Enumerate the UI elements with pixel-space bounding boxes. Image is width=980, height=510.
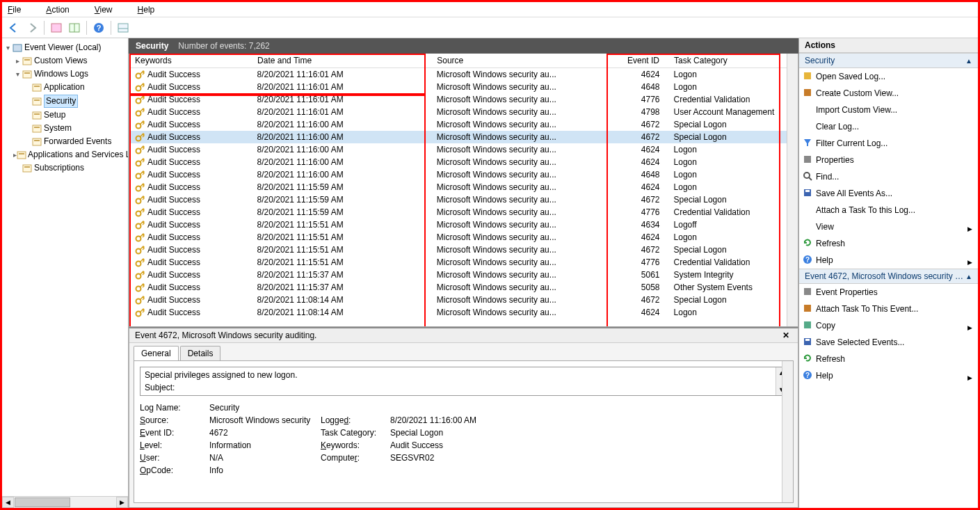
action-refresh[interactable]: Refresh — [799, 351, 978, 367]
tree-item-security[interactable]: Security — [3, 94, 127, 109]
action-copy[interactable]: Copy — [799, 317, 978, 334]
svg-rect-12 — [33, 84, 41, 91]
actions-section-header[interactable]: Event 4672, Microsoft Windows security a… — [799, 269, 978, 284]
cell-datetime: 8/20/2021 11:15:59 AM — [252, 206, 431, 218]
detail-close-button[interactable]: ✕ — [780, 330, 792, 340]
action-clear-log[interactable]: Clear Log... — [799, 118, 978, 135]
event-row[interactable]: Audit Success8/20/2021 11:15:51 AMMicros… — [129, 244, 798, 256]
tree-item-label: Applications and Services Lo — [28, 149, 129, 161]
event-row[interactable]: Audit Success8/20/2021 11:15:37 AMMicros… — [129, 281, 798, 294]
action-import-custom-view[interactable]: Import Custom View... — [799, 102, 978, 118]
cell-source: Microsoft Windows security au... — [431, 294, 618, 306]
actions-pane: Actions Security▲Open Saved Log...Create… — [798, 38, 978, 508]
tree-item-application[interactable]: Application — [3, 81, 127, 94]
action-refresh[interactable]: Refresh — [799, 235, 978, 252]
svg-rect-25 — [24, 166, 30, 168]
columns-button[interactable] — [67, 20, 82, 35]
event-grid[interactable]: Keywords Date and Time Source Event ID T… — [129, 54, 798, 319]
action-label: Import Custom View... — [816, 104, 897, 116]
event-row[interactable]: Audit Success8/20/2021 11:16:00 AMMicros… — [129, 131, 798, 143]
action-find[interactable]: Find... — [799, 168, 978, 185]
action-attach-a-task-to-this-log[interactable]: Attach a Task To this Log... — [799, 202, 978, 218]
action-save-all-events-as[interactable]: Save All Events As... — [799, 185, 978, 202]
action-save-selected-events[interactable]: Save Selected Events... — [799, 334, 978, 351]
event-row[interactable]: Audit Success8/20/2021 11:16:01 AMMicros… — [129, 93, 798, 106]
action-properties[interactable]: Properties — [799, 152, 978, 168]
col-eventid[interactable]: Event ID — [618, 54, 668, 68]
tree-item-setup[interactable]: Setup — [3, 109, 127, 122]
event-row[interactable]: Audit Success8/20/2021 11:16:00 AMMicros… — [129, 156, 798, 168]
tree-horizontal-scrollbar[interactable]: ◀ ▶ — [2, 496, 128, 508]
action-help[interactable]: ?Help — [799, 252, 978, 269]
forward-button[interactable] — [24, 20, 40, 35]
help-button[interactable]: ? — [91, 20, 106, 35]
detail-vertical-scrollbar[interactable] — [782, 361, 793, 502]
scroll-thumb[interactable] — [15, 497, 70, 507]
menu-file[interactable]: File — [8, 5, 33, 15]
tree-item-system[interactable]: System — [3, 122, 127, 135]
action-open-saved-log[interactable]: Open Saved Log... — [799, 68, 978, 85]
col-datetime[interactable]: Date and Time — [252, 54, 431, 68]
action-attach-task-to-this-event[interactable]: Attach Task To This Event... — [799, 301, 978, 317]
event-row[interactable]: Audit Success8/20/2021 11:15:59 AMMicros… — [129, 206, 798, 218]
tab-general[interactable]: General — [134, 346, 179, 360]
action-help[interactable]: ?Help — [799, 367, 978, 384]
action-view[interactable]: View — [799, 218, 978, 235]
back-button[interactable] — [6, 20, 22, 35]
tree-item-forwarded-events[interactable]: Forwarded Events — [3, 135, 127, 148]
show-hide-tree-button[interactable] — [49, 20, 64, 35]
prop-level-value: Information — [209, 440, 321, 450]
scroll-right-arrow[interactable]: ▶ — [116, 497, 128, 508]
scroll-left-arrow[interactable]: ◀ — [2, 497, 14, 508]
tree-root[interactable]: ▾ Event Viewer (Local) — [3, 41, 127, 54]
menu-action[interactable]: Action — [46, 5, 81, 15]
event-row[interactable]: Audit Success8/20/2021 11:15:51 AMMicros… — [129, 256, 798, 269]
action-create-custom-view[interactable]: Create Custom View... — [799, 85, 978, 102]
event-row[interactable]: Audit Success8/20/2021 11:16:00 AMMicros… — [129, 143, 798, 156]
scroll-track[interactable] — [71, 497, 116, 508]
action-filter-current-log[interactable]: Filter Current Log... — [799, 135, 978, 152]
event-row[interactable]: Audit Success8/20/2021 11:16:00 AMMicros… — [129, 118, 798, 131]
col-source[interactable]: Source — [431, 54, 618, 68]
tree-item-custom-views[interactable]: ▸Custom Views — [3, 54, 127, 67]
action-label: Copy — [816, 319, 835, 332]
event-row[interactable]: Audit Success8/20/2021 11:16:00 AMMicros… — [129, 168, 798, 181]
tree-expander[interactable]: ▸ — [13, 55, 22, 67]
action-event-properties[interactable]: Event Properties — [799, 284, 978, 301]
log-icon — [31, 136, 42, 148]
tree-expander[interactable]: ▾ — [3, 42, 12, 54]
event-row[interactable]: Audit Success8/20/2021 11:08:14 AMMicros… — [129, 306, 798, 319]
menu-help[interactable]: Help — [138, 5, 168, 15]
event-row[interactable]: Audit Success8/20/2021 11:16:01 AMMicros… — [129, 81, 798, 93]
event-row[interactable]: Audit Success8/20/2021 11:16:01 AMMicros… — [129, 106, 798, 118]
tree-item-applications-and-services-lo[interactable]: ▸Applications and Services Lo — [3, 148, 127, 161]
col-taskcategory[interactable]: Task Category — [668, 54, 798, 68]
tab-details[interactable]: Details — [180, 346, 221, 360]
log-icon — [31, 82, 42, 93]
event-message-box[interactable]: Special privileges assigned to new logon… — [140, 367, 787, 396]
event-row[interactable]: Audit Success8/20/2021 11:15:51 AMMicros… — [129, 231, 798, 244]
event-row[interactable]: Audit Success8/20/2021 11:15:59 AMMicros… — [129, 181, 798, 193]
prop-eventid-label: Event ID: — [140, 428, 209, 438]
event-row[interactable]: Audit Success8/20/2021 11:15:51 AMMicros… — [129, 218, 798, 231]
cell-category: Logon — [668, 231, 798, 244]
collapse-icon[interactable]: ▲ — [965, 273, 972, 280]
tree-item-subscriptions[interactable]: Subscriptions — [3, 161, 127, 175]
grid-vertical-scrollbar[interactable] — [787, 54, 798, 326]
menu-view[interactable]: View — [95, 5, 125, 15]
grid-header-row[interactable]: Keywords Date and Time Source Event ID T… — [129, 54, 798, 68]
event-row[interactable]: Audit Success8/20/2021 11:15:59 AMMicros… — [129, 193, 798, 206]
collapse-icon[interactable]: ▲ — [965, 57, 972, 65]
svg-rect-20 — [33, 138, 41, 145]
svg-rect-9 — [24, 59, 30, 61]
actions-section-header[interactable]: Security▲ — [799, 53, 978, 68]
nav-tree[interactable]: ▾ Event Viewer (Local) ▸Custom Views▾Win… — [2, 38, 128, 177]
col-keywords[interactable]: Keywords — [129, 54, 252, 68]
toggle-preview-pane-button[interactable] — [115, 20, 131, 35]
event-row[interactable]: Audit Success8/20/2021 11:15:37 AMMicros… — [129, 269, 798, 281]
event-properties-grid: Log Name: Security Source: Microsoft Win… — [140, 403, 787, 475]
event-row[interactable]: Audit Success8/20/2021 11:08:14 AMMicros… — [129, 294, 798, 306]
tree-expander[interactable]: ▾ — [13, 68, 22, 80]
tree-item-windows-logs[interactable]: ▾Windows Logs — [3, 67, 127, 81]
event-row[interactable]: Audit Success8/20/2021 11:16:01 AMMicros… — [129, 68, 798, 81]
